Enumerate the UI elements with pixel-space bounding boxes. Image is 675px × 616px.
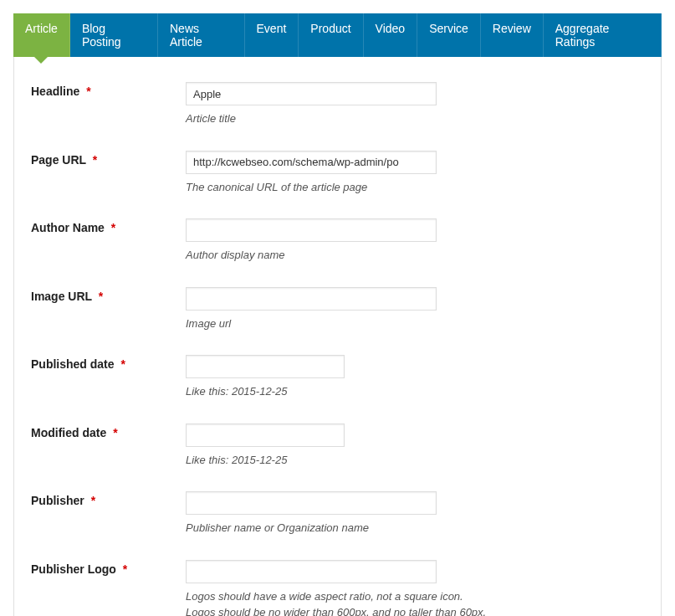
row-page-url: Page URL * The canonical URL of the arti… [31,151,644,196]
tab-video[interactable]: Video [364,13,418,57]
tab-service[interactable]: Service [417,13,481,57]
required-mark: * [123,562,127,576]
help-page-url: The canonical URL of the article page [186,179,644,196]
label-page-url: Page URL * [31,151,186,167]
help-publisher: Publisher name or Organization name [186,520,644,536]
field-author-name: Author display name [186,218,644,264]
input-modified-date[interactable] [186,424,345,447]
required-mark: * [99,290,103,303]
required-mark: * [86,85,90,98]
label-publisher: Publisher * [31,491,186,507]
required-mark: * [113,426,117,439]
required-mark: * [120,357,125,371]
label-publisher-logo: Publisher Logo * [31,560,186,576]
row-publisher: Publisher * Publisher name or Organizati… [31,491,644,536]
tabs-bar: Article Blog Posting News Article Event … [13,13,662,57]
required-mark: * [93,153,97,167]
field-published-date: Like this: 2015-12-25 [186,355,644,400]
input-image-url[interactable] [186,287,437,311]
tab-product[interactable]: Product [299,13,363,57]
required-mark: * [91,494,95,507]
field-image-url: Image url [186,287,644,332]
label-image-url: Image URL * [31,287,186,303]
field-publisher: Publisher name or Organization name [186,491,644,536]
input-headline[interactable] [186,82,437,105]
tab-review[interactable]: Review [481,13,544,57]
field-headline: Article title [186,82,644,127]
field-publisher-logo: Logos should have a wide aspect ratio, n… [186,560,644,617]
help-publisher-logo: Logos should have a wide aspect ratio, n… [186,588,644,617]
required-mark: * [111,221,115,234]
input-author-name[interactable] [186,218,437,242]
help-headline: Article title [186,110,644,127]
help-author-name: Author display name [186,247,644,264]
tab-blog-posting[interactable]: Blog Posting [70,13,158,57]
label-headline: Headline * [31,82,186,98]
tab-news-article[interactable]: News Article [158,13,245,57]
tab-event[interactable]: Event [245,13,299,57]
tab-article[interactable]: Article [13,13,70,57]
input-published-date[interactable] [186,355,345,378]
label-modified-date: Modified date * [31,424,186,439]
row-publisher-logo: Publisher Logo * Logos should have a wid… [31,560,644,617]
help-line: Logos should have a wide aspect ratio, n… [186,588,644,605]
row-modified-date: Modified date * Like this: 2015-12-25 [31,424,644,469]
row-image-url: Image URL * Image url [31,287,644,332]
help-line: Logos should be no wider than 600px, and… [186,604,644,616]
label-published-date: Published date * [31,355,186,371]
row-published-date: Published date * Like this: 2015-12-25 [31,355,644,400]
row-headline: Headline * Article title [31,82,644,127]
tab-aggregate-ratings[interactable]: Aggregate Ratings [544,13,662,57]
field-page-url: The canonical URL of the article page [186,151,644,196]
field-modified-date: Like this: 2015-12-25 [186,424,644,469]
label-author-name: Author Name * [31,218,186,234]
form-panel: Headline * Article title Page URL * The … [13,57,662,616]
input-publisher[interactable] [186,491,437,515]
help-image-url: Image url [186,316,644,332]
help-published-date: Like this: 2015-12-25 [186,383,644,400]
row-author-name: Author Name * Author display name [31,218,644,264]
input-publisher-logo[interactable] [186,560,437,583]
help-modified-date: Like this: 2015-12-25 [186,452,644,469]
input-page-url[interactable] [186,151,437,174]
